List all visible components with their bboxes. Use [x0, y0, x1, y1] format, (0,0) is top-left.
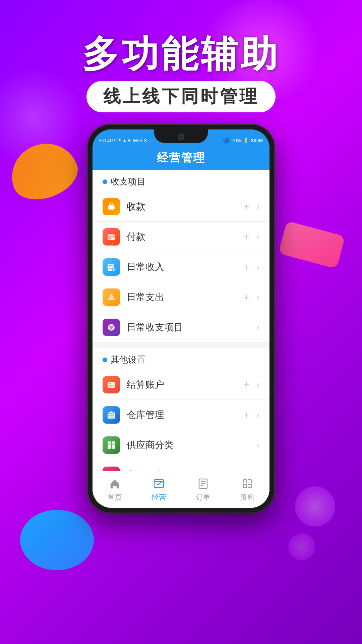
menu-item-jiesuan-zhanghu[interactable]: 结算账户 + › [93, 370, 269, 400]
svg-rect-10 [109, 267, 112, 267]
chevron-icon-cangku-guanli[interactable]: › [256, 410, 259, 420]
plus-icon-shoukuan[interactable]: + [243, 201, 250, 212]
menu-text-jiesuan-zhanghu: 结算账户 [127, 378, 243, 391]
chevron-icon-shoukuan[interactable]: › [256, 201, 259, 212]
data-icon [241, 477, 254, 490]
home-icon [108, 477, 121, 490]
menu-text-cangku-guanli: 仓库管理 [127, 409, 243, 421]
bg-blob-blue [20, 510, 94, 570]
plus-icon-cangku-guanli[interactable]: + [243, 410, 250, 420]
chevron-icon-jiesuan-zhanghu[interactable]: › [256, 379, 259, 390]
svg-point-17 [111, 298, 112, 299]
svg-rect-55 [243, 484, 247, 488]
bg-circle-1 [295, 486, 335, 527]
menu-actions-richang-shoushi: › [256, 322, 259, 333]
svg-point-20 [110, 324, 112, 326]
svg-point-22 [108, 327, 110, 329]
icon-account [103, 376, 120, 393]
nav-label-data: 资料 [240, 492, 255, 502]
menu-item-fukuan[interactable]: 付款 + › [93, 222, 269, 252]
menu-text-gongyingshang-fenlei: 供应商分类 [127, 439, 256, 451]
menu-item-richang-shouru[interactable]: $ 日常收入 + › [93, 252, 269, 282]
menu-text-fukuan: 付款 [127, 230, 243, 243]
svg-rect-28 [108, 413, 114, 414]
content-area: 收支项目 收款 + [93, 170, 269, 471]
chevron-icon-richang-shouru[interactable]: › [256, 262, 259, 272]
bottom-nav: 首页 经营 [93, 471, 269, 508]
plus-icon-richang-zhichu[interactable]: + [243, 292, 250, 303]
menu-actions-cangku-guanli: + › [243, 410, 259, 420]
icon-expense [103, 288, 120, 306]
menu-actions-fukuan: + › [243, 231, 259, 242]
menu-item-shoukuan[interactable]: 收款 + › [93, 192, 269, 222]
plus-icon-fukuan[interactable]: + [243, 231, 250, 242]
icon-supplier [103, 436, 120, 454]
svg-rect-24 [109, 383, 111, 384]
phone-camera [178, 133, 184, 140]
menu-item-gongyingshang-fenlei[interactable]: 供应商分类 › [93, 430, 269, 460]
chevron-icon-fukuan[interactable]: › [256, 231, 259, 242]
phone-outer: HD 4G⁴ᴸᵀᴱ ▲▼ WiFi ✕ ↕ 🔵 70% 🔋 23:59 经营管理 [87, 124, 275, 513]
svg-rect-16 [111, 297, 112, 298]
svg-rect-37 [112, 444, 115, 445]
section-dot-2 [103, 358, 107, 362]
bluetooth-icon: 🔵 [223, 137, 230, 144]
phone-mockup: HD 4G⁴ᴸᵀᴱ ▲▼ WiFi ✕ ↕ 🔵 70% 🔋 23:59 经营管理 [87, 124, 275, 513]
svg-point-21 [112, 327, 114, 329]
nav-label-manage: 经营 [152, 492, 166, 502]
section-1-label-text: 收支项目 [111, 176, 145, 187]
menu-item-kehu-fenlei[interactable]: 客户分类 › [93, 460, 269, 471]
svg-rect-33 [112, 441, 115, 449]
menu-item-richang-shoushi[interactable]: 日常收支项目 › [93, 312, 269, 342]
section-label-1: 收支项目 [93, 170, 269, 192]
menu-item-cangku-guanli[interactable]: 仓库管理 + › [93, 400, 269, 430]
nav-item-manage[interactable]: 经营 [137, 471, 181, 508]
bg-blob-orange [3, 135, 84, 208]
icon-income: $ [103, 258, 120, 276]
app-header: 经营管理 [93, 146, 269, 170]
nav-item-orders[interactable]: 订单 [181, 471, 225, 508]
menu-text-richang-shouru: 日常收入 [127, 261, 243, 273]
sub-title-wrapper: 线上线下同时管理 [86, 81, 276, 112]
svg-rect-32 [108, 441, 111, 449]
menu-text-richang-shoushi: 日常收支项目 [127, 321, 256, 334]
menu-actions-gongyingshang-fenlei: › [256, 440, 259, 450]
svg-rect-36 [112, 443, 115, 443]
menu-actions-richang-zhichu: + › [243, 292, 259, 303]
sub-title: 线上线下同时管理 [103, 85, 259, 108]
app-header-title: 经营管理 [157, 150, 205, 166]
time-text: 23:59 [251, 138, 263, 143]
nav-item-home[interactable]: 首页 [93, 471, 137, 508]
phone-notch [154, 129, 208, 143]
chevron-icon-richang-zhichu[interactable]: › [256, 292, 259, 303]
svg-rect-26 [109, 386, 112, 387]
menu-actions-jiesuan-zhanghu: + › [243, 379, 259, 390]
chevron-icon-richang-shoushi[interactable]: › [256, 322, 259, 333]
plus-icon-richang-shouru[interactable]: + [243, 262, 250, 272]
battery-icon: 🔋 [243, 138, 249, 143]
svg-rect-53 [243, 480, 247, 483]
icon-payment [103, 228, 120, 246]
section-divider [93, 342, 269, 348]
icon-daily [103, 319, 120, 336]
nav-label-home: 首页 [107, 492, 122, 502]
status-right: 🔵 70% 🔋 23:59 [223, 137, 263, 144]
battery-text: 70% [232, 138, 241, 143]
section-dot-1 [103, 179, 107, 184]
bg-circle-2 [288, 533, 315, 560]
svg-rect-25 [109, 385, 114, 386]
nav-label-orders: 订单 [196, 492, 210, 502]
svg-rect-47 [154, 480, 164, 488]
chevron-icon-gongyingshang-fenlei[interactable]: › [256, 440, 259, 450]
svg-text:$: $ [113, 268, 115, 271]
menu-item-richang-zhichu[interactable]: 日常支出 + › [93, 282, 269, 312]
icon-coins [103, 198, 120, 215]
section-label-2: 其他设置 [93, 348, 269, 370]
nav-item-data[interactable]: 资料 [225, 471, 269, 508]
svg-rect-29 [108, 415, 114, 416]
menu-actions-richang-shouru: + › [243, 262, 259, 272]
svg-rect-11 [109, 268, 112, 269]
plus-icon-jiesuan-zhanghu[interactable]: + [243, 379, 250, 390]
main-title: 多功能辅助 [0, 34, 362, 74]
hero-section: 多功能辅助 线上线下同时管理 [0, 34, 362, 112]
